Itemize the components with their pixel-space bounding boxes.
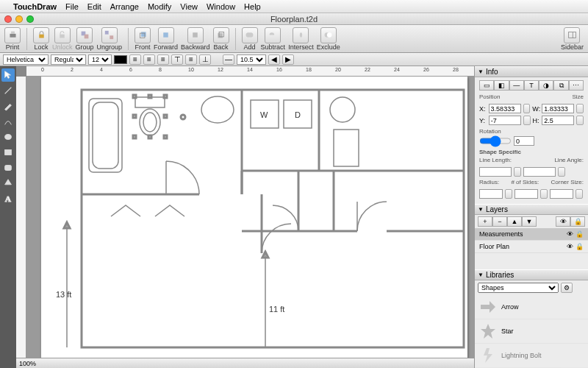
add-layer-button[interactable]: + [478, 216, 492, 227]
sides-field[interactable] [514, 189, 538, 199]
front-button[interactable] [135, 27, 151, 43]
stroke-width-select[interactable]: 10.5 [237, 54, 266, 65]
y-stepper[interactable] [523, 116, 531, 125]
layers-panel-header[interactable]: ▼Layers [475, 204, 588, 215]
forward-button[interactable] [158, 27, 174, 43]
info-tab-misc[interactable]: ⋯ [569, 80, 584, 91]
menu-window[interactable]: Window [207, 2, 235, 11]
library-item-lightning[interactable]: Lightning Bolt [475, 344, 588, 368]
w-stepper[interactable] [576, 104, 584, 113]
line-length-stepper[interactable] [514, 167, 521, 177]
x-stepper[interactable] [523, 104, 531, 113]
info-tab-stroke[interactable]: ― [509, 80, 524, 91]
sides-stepper[interactable] [540, 189, 548, 199]
corner-field[interactable] [550, 189, 573, 199]
radius-stepper[interactable] [505, 189, 512, 199]
text-tool[interactable]: A [1, 192, 15, 205]
menu-edit[interactable]: Edit [87, 2, 101, 11]
library-gear-icon[interactable]: ⚙ [561, 283, 573, 293]
font-size-select[interactable]: 12 [88, 54, 112, 65]
print-button[interactable] [4, 27, 21, 43]
roundrect-tool[interactable] [1, 161, 15, 174]
info-tab-fill[interactable]: ◧ [494, 80, 509, 91]
w-field[interactable] [542, 104, 574, 113]
text-color-swatch[interactable] [114, 55, 127, 64]
zoom-level[interactable]: 100% [19, 360, 36, 367]
bool-intersect-button[interactable] [293, 27, 309, 43]
layer-visible-icon[interactable]: 👁 [556, 216, 570, 227]
ungroup-button[interactable] [101, 27, 118, 43]
close-button[interactable] [4, 15, 12, 23]
svg-point-54 [201, 96, 234, 123]
group-button[interactable] [76, 27, 93, 43]
align-top-button[interactable]: ⊤ [171, 54, 183, 65]
align-right-button[interactable]: ≡ [157, 54, 169, 65]
remove-layer-button[interactable]: − [492, 216, 507, 227]
line-tool[interactable] [1, 84, 15, 97]
menu-modify[interactable]: Modify [148, 2, 171, 11]
rotation-field[interactable] [514, 136, 534, 146]
eye-icon[interactable]: 👁 🔒 [567, 243, 584, 250]
info-tab-geometry[interactable]: ▭ [479, 80, 494, 91]
info-tab-arrange[interactable]: ⧉ [553, 80, 568, 91]
bool-add-button[interactable] [242, 27, 258, 43]
layer-lock-icon[interactable]: 🔒 [570, 216, 585, 227]
eye-icon[interactable]: 👁 🔒 [567, 230, 584, 238]
library-item-arrow[interactable]: Arrow [475, 295, 588, 319]
bool-exclude-button[interactable] [320, 27, 337, 43]
layer-up-button[interactable]: ▲ [507, 216, 522, 227]
align-left-button[interactable]: ≡ [129, 54, 141, 65]
line-angle-stepper[interactable] [558, 167, 565, 177]
line-length-field[interactable] [479, 167, 512, 177]
backward-button[interactable] [187, 27, 204, 43]
arrow-start-button[interactable]: ◀ [268, 54, 280, 65]
floorplan-drawing[interactable]: W D 13 ft 11 ft [41, 77, 467, 358]
sidebar-button[interactable] [564, 27, 580, 43]
rect-tool[interactable] [1, 146, 15, 159]
info-tab-shadow[interactable]: ◑ [539, 80, 553, 91]
font-select[interactable]: Helvetica [3, 54, 49, 65]
lock-button[interactable] [33, 27, 49, 43]
canvas[interactable]: W D 13 ft 11 ft [26, 77, 474, 358]
menu-view[interactable]: View [180, 2, 198, 11]
polygon-tool[interactable] [1, 177, 15, 190]
align-middle-button[interactable]: ≡ [185, 54, 197, 65]
layer-row-measurements[interactable]: Measurements👁 🔒 [475, 228, 588, 241]
layer-row-floorplan[interactable]: Floor Plan👁 🔒 [475, 241, 588, 253]
radius-field[interactable] [479, 189, 503, 199]
svg-rect-5 [84, 35, 88, 39]
library-item-star[interactable]: Star [475, 319, 588, 344]
zoom-button[interactable] [26, 15, 34, 23]
library-select[interactable]: Shapes [478, 283, 559, 293]
unlock-button[interactable] [54, 27, 71, 43]
ellipse-tool[interactable] [1, 130, 15, 144]
font-weight-select[interactable]: Regular [51, 54, 86, 65]
x-field[interactable] [489, 104, 521, 113]
h-stepper[interactable] [576, 116, 584, 125]
arrow-end-button[interactable]: ▶ [282, 54, 294, 65]
line-angle-field[interactable] [523, 167, 556, 177]
line-style-button[interactable]: — [223, 54, 234, 65]
h-field[interactable] [542, 116, 574, 125]
menu-help[interactable]: Help [244, 2, 261, 11]
info-tab-text[interactable]: T [524, 80, 539, 91]
menu-file[interactable]: File [65, 2, 79, 11]
back-button[interactable] [213, 27, 229, 43]
curve-tool[interactable] [1, 115, 15, 128]
minimize-button[interactable] [15, 15, 23, 23]
libraries-panel-header[interactable]: ▼Libraries [475, 269, 588, 280]
align-center-button[interactable]: ≡ [143, 54, 155, 65]
pen-tool[interactable] [1, 99, 15, 113]
align-bottom-button[interactable]: ⊥ [199, 54, 211, 65]
svg-rect-10 [163, 32, 168, 38]
menu-appname[interactable]: TouchDraw [13, 2, 57, 11]
menu-arrange[interactable]: Arrange [110, 2, 139, 11]
corner-stepper[interactable] [576, 189, 583, 199]
layer-down-button[interactable]: ▼ [522, 216, 537, 227]
rotation-slider[interactable] [479, 136, 512, 146]
bool-subtract-button[interactable] [265, 27, 281, 43]
ungroup-label: Ungroup [97, 43, 123, 51]
y-field[interactable] [489, 116, 521, 125]
select-tool[interactable] [1, 68, 15, 82]
info-panel-header[interactable]: ▼Info [475, 66, 588, 77]
